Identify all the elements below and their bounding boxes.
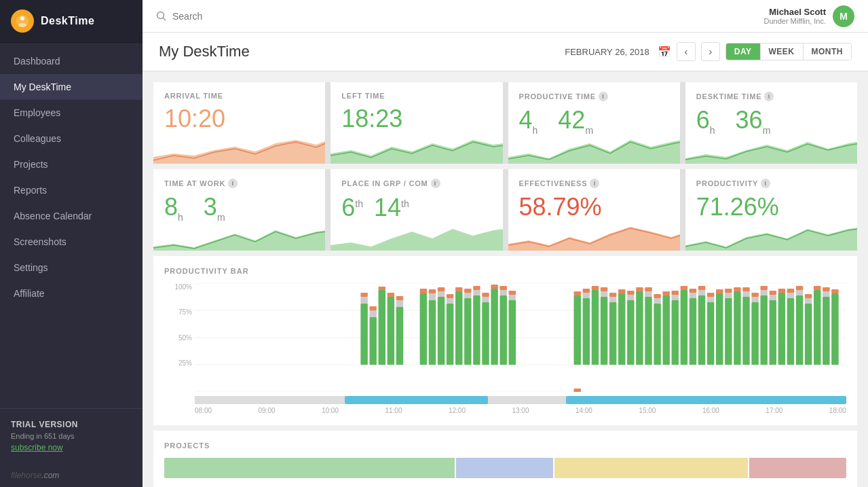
- svg-line-4: [164, 18, 166, 20]
- svg-rect-111: [760, 286, 767, 290]
- svg-rect-42: [482, 302, 489, 365]
- time-label-10: 10:00: [322, 407, 339, 414]
- productivity-svg: [195, 283, 846, 392]
- svg-rect-31: [447, 304, 453, 365]
- svg-rect-95: [707, 293, 714, 297]
- svg-rect-89: [690, 289, 696, 293]
- effectiveness-card: EFFECTIVENESS i 58.79%: [508, 169, 680, 251]
- info-icon-desktime: i: [764, 92, 774, 101]
- productivity-bar-title: PRODUCTIVITY BAR: [164, 267, 846, 275]
- svg-rect-13: [369, 317, 376, 365]
- time-label-13: 13:00: [512, 407, 529, 414]
- sidebar-logo: DeskTime: [0, 0, 143, 43]
- svg-rect-86: [681, 286, 687, 290]
- time-at-work-label: TIME AT WORK i: [164, 179, 314, 188]
- svg-rect-28: [438, 297, 445, 365]
- user-details: Michael Scott Dunder Mifflin, Inc.: [763, 7, 826, 25]
- svg-rect-10: [360, 304, 367, 365]
- period-week-button[interactable]: WEEK: [760, 43, 803, 60]
- sidebar-nav: Dashboard My DeskTime Employees Colleagu…: [0, 43, 143, 408]
- sidebar-item-screenshots[interactable]: Screenshots: [0, 229, 143, 255]
- svg-rect-43: [482, 297, 489, 302]
- trial-ending: Ending in 651 days: [11, 432, 132, 440]
- svg-rect-74: [645, 297, 652, 365]
- svg-rect-124: [805, 298, 812, 304]
- desktime-time-label: DESKTIME TIME i: [696, 92, 846, 101]
- productivity-bar-section: PRODUCTIVITY BAR 100% 75% 50% 25%: [153, 256, 857, 425]
- svg-rect-64: [609, 302, 616, 365]
- sidebar-item-employees[interactable]: Employees: [0, 100, 143, 126]
- main-content: Michael Scott Dunder Mifflin, Inc. M My …: [143, 0, 868, 487]
- avatar: M: [833, 5, 854, 27]
- svg-rect-109: [760, 295, 767, 365]
- svg-rect-120: [796, 295, 803, 365]
- svg-rect-78: [654, 298, 660, 304]
- svg-rect-63: [601, 287, 607, 291]
- svg-rect-58: [583, 289, 590, 293]
- svg-rect-88: [690, 293, 696, 298]
- stats-row-2: TIME AT WORK i 8h 3m PLACE IN GRP / COM …: [153, 169, 857, 251]
- productive-chart: [508, 130, 680, 164]
- left-time-value: 18:23: [341, 105, 491, 132]
- sidebar-item-reports[interactable]: Reports: [0, 177, 143, 203]
- sidebar-item-settings[interactable]: Settings: [0, 255, 143, 281]
- svg-rect-18: [388, 297, 394, 365]
- svg-rect-84: [672, 291, 679, 295]
- svg-rect-110: [760, 290, 767, 295]
- period-selector: DAY WEEK MONTH: [725, 43, 852, 60]
- sidebar-item-affiliate[interactable]: Affiliate: [0, 281, 143, 306]
- svg-rect-26: [429, 293, 436, 300]
- next-button[interactable]: ›: [701, 42, 720, 61]
- svg-rect-121: [796, 290, 803, 295]
- svg-rect-106: [751, 302, 758, 365]
- sidebar-item-colleagues[interactable]: Colleagues: [0, 126, 143, 151]
- sidebar-item-my-desktime[interactable]: My DeskTime: [0, 74, 143, 100]
- svg-rect-96: [716, 293, 723, 365]
- sidebar-item-projects[interactable]: Projects: [0, 151, 143, 177]
- svg-rect-115: [778, 293, 785, 365]
- period-day-button[interactable]: DAY: [726, 43, 760, 60]
- y-label-0: [164, 384, 192, 392]
- desktime-time-card: DESKTIME TIME i 6h 36m: [685, 82, 857, 164]
- svg-rect-37: [464, 293, 471, 298]
- svg-rect-113: [770, 295, 776, 300]
- left-time-label: LEFT TIME: [341, 92, 491, 100]
- svg-rect-90: [698, 295, 705, 365]
- svg-rect-19: [388, 293, 394, 297]
- time-label-17: 17:00: [766, 407, 782, 414]
- calendar-icon[interactable]: 📅: [658, 46, 671, 58]
- svg-rect-53: [574, 295, 581, 365]
- svg-rect-93: [707, 302, 714, 365]
- bar-chart-area: 08:00 09:00 10:00 11:00 12:00 13:00 14:0…: [195, 283, 846, 414]
- project-bar-4: [749, 458, 846, 478]
- svg-rect-16: [379, 290, 385, 365]
- trial-label: TRIAL VERSION: [11, 420, 132, 429]
- svg-rect-34: [455, 291, 462, 365]
- svg-point-1: [20, 16, 24, 20]
- svg-rect-102: [734, 287, 740, 291]
- svg-rect-130: [823, 287, 829, 291]
- sidebar-item-dashboard[interactable]: Dashboard: [0, 48, 143, 74]
- subscribe-link[interactable]: subscribe now: [11, 443, 132, 452]
- prev-button[interactable]: ‹: [677, 42, 696, 61]
- svg-rect-35: [455, 287, 462, 291]
- svg-rect-82: [672, 300, 679, 365]
- svg-rect-49: [499, 286, 506, 290]
- svg-rect-22: [396, 296, 403, 300]
- sidebar-item-absence-calendar[interactable]: Absence Calendar: [0, 203, 143, 229]
- svg-rect-25: [429, 300, 436, 365]
- svg-rect-101: [734, 291, 740, 365]
- search-input[interactable]: [172, 11, 763, 22]
- info-icon-effectiveness: i: [590, 179, 599, 188]
- period-month-button[interactable]: MONTH: [803, 43, 852, 60]
- page-controls: FEBRUARY 26, 2018 📅 ‹ › DAY WEEK MONTH: [565, 42, 852, 61]
- svg-rect-50: [509, 300, 516, 365]
- svg-rect-119: [787, 289, 794, 293]
- y-axis-labels: 100% 75% 50% 25%: [164, 283, 195, 392]
- svg-rect-128: [823, 297, 829, 365]
- time-label-15: 15:00: [639, 407, 656, 414]
- svg-rect-61: [601, 297, 607, 365]
- productive-time-label: PRODUCTIVE TIME i: [519, 92, 669, 101]
- svg-rect-70: [627, 295, 634, 300]
- svg-rect-129: [823, 291, 829, 297]
